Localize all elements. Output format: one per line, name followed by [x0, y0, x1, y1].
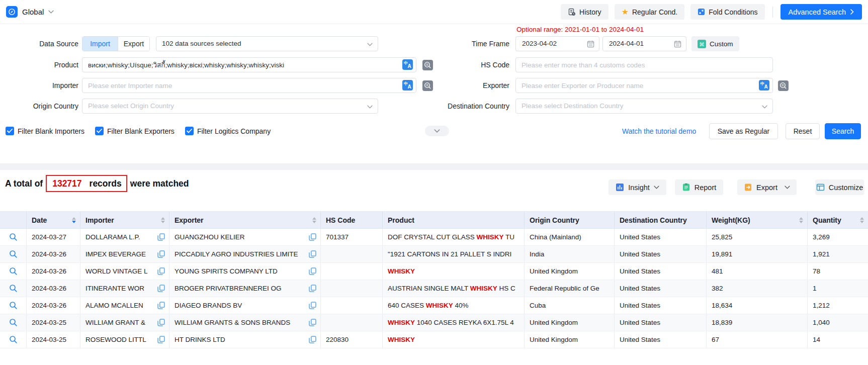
- sort-caret-icon[interactable]: [860, 217, 864, 223]
- copy-importer-icon[interactable]: [157, 302, 165, 309]
- copy-exporter-icon[interactable]: [309, 250, 316, 258]
- cell-date: 2024-03-27: [27, 229, 80, 245]
- translate-icon[interactable]: 中A: [402, 80, 413, 90]
- header-cell-quantity[interactable]: Quantity: [808, 212, 868, 228]
- star-icon: ★: [622, 8, 629, 16]
- row-detail-search-icon[interactable]: [9, 284, 18, 293]
- cell-actions: [0, 246, 27, 262]
- highlighted-keyword: WHISKY: [388, 319, 415, 326]
- row-detail-search-icon[interactable]: [9, 233, 18, 241]
- cell-exporter-text: GUANGZHOU KELIER: [175, 233, 245, 241]
- importer-input[interactable]: [82, 78, 416, 93]
- copy-exporter-icon[interactable]: [309, 336, 316, 343]
- collapse-conditions-button[interactable]: [425, 126, 449, 136]
- header-cell-weight-kg[interactable]: Weight(KG): [707, 212, 808, 228]
- table-row: 2024-03-25WILLIAM GRANT &WILLIAM GRANTS …: [0, 314, 868, 331]
- translate-icon[interactable]: 中A: [402, 59, 413, 70]
- cell-importer: ITINERANTE WOR: [80, 280, 169, 297]
- sort-caret-icon[interactable]: [799, 217, 803, 223]
- cell-hs-code: 701337: [321, 229, 383, 245]
- column-label: Weight(KG): [712, 216, 750, 224]
- translate-icon[interactable]: 中A: [759, 80, 769, 90]
- time-frame-to-input[interactable]: 2024-04-01: [602, 36, 686, 51]
- origin-country-select[interactable]: Please select Origin Country: [82, 99, 378, 114]
- cell-hs-code: [321, 297, 383, 314]
- cell-product: AUSTRIAN SINGLE MALT WHISKY HS C: [383, 280, 525, 297]
- results-summary: A total of 132717 records were matched: [5, 175, 189, 192]
- header-cell-date[interactable]: Date: [27, 212, 80, 228]
- checkbox-item-filter-blank-exporters: Filter Blank Exporters: [95, 127, 175, 135]
- sort-caret-icon[interactable]: [161, 217, 165, 223]
- reset-button[interactable]: Reset: [786, 123, 820, 139]
- data-source-selected-value: 102 data sources selected: [162, 40, 241, 47]
- cell-importer-text: IMPEX BEVERAGE: [85, 250, 146, 258]
- sort-caret-icon[interactable]: [312, 217, 316, 223]
- row-detail-search-icon[interactable]: [9, 267, 18, 276]
- data-source-select[interactable]: 102 data sources selected: [156, 36, 378, 51]
- cell-exporter: PICCADILY AGRO INDUSTRIES LIMITE: [169, 246, 321, 262]
- export-button[interactable]: Export: [737, 179, 797, 195]
- cell-importer-text: ROSEWOOD LITTL: [85, 336, 146, 343]
- copy-importer-icon[interactable]: [157, 285, 165, 292]
- cell-origin-country: China (Mainland): [525, 229, 615, 245]
- product-input[interactable]: [82, 57, 416, 72]
- table-row: 2024-03-25ROSEWOOD LITTLHT DRINKS LTD220…: [0, 331, 868, 348]
- region-selector[interactable]: Global: [6, 6, 54, 18]
- fold-conditions-button[interactable]: Fold Conditions: [690, 4, 764, 20]
- svg-text:A: A: [764, 84, 768, 89]
- row-detail-search-icon[interactable]: [9, 335, 18, 344]
- copy-importer-icon[interactable]: [157, 267, 165, 275]
- copy-importer-icon[interactable]: [157, 250, 165, 258]
- copy-exporter-icon[interactable]: [309, 319, 316, 326]
- cell-exporter-text: YOUNG SPIRITS COMPANY LTD: [175, 267, 278, 275]
- record-count: 132717: [52, 178, 81, 189]
- cell-importer: WILLIAM GRANT &: [80, 314, 169, 331]
- custom-range-button[interactable]: ⌘ Custom: [691, 36, 739, 51]
- advanced-search-button[interactable]: Advanced Search: [780, 4, 862, 20]
- copy-importer-icon[interactable]: [157, 336, 165, 343]
- tutorial-demo-link[interactable]: Watch the tutorial demo: [622, 127, 696, 135]
- exporter-input[interactable]: [515, 78, 773, 93]
- header-cell-exporter[interactable]: Exporter: [169, 212, 321, 228]
- customize-button[interactable]: Customize: [815, 179, 864, 195]
- checkbox-checked[interactable]: [95, 127, 104, 135]
- checkbox-checked[interactable]: [185, 127, 194, 135]
- row-detail-search-icon[interactable]: [9, 250, 18, 258]
- copy-exporter-icon[interactable]: [309, 302, 316, 309]
- import-tab[interactable]: Import: [82, 37, 118, 51]
- hs-code-field-wrap: [515, 57, 773, 72]
- cell-weight: 18,839: [707, 314, 808, 331]
- report-icon: [682, 183, 690, 192]
- sort-caret-icon[interactable]: [72, 217, 76, 223]
- cell-actions: [0, 331, 27, 348]
- copy-exporter-icon[interactable]: [309, 233, 316, 241]
- cell-date: 2024-03-26: [27, 246, 80, 262]
- cell-date: 2024-03-25: [27, 314, 80, 331]
- row-detail-search-icon[interactable]: [9, 301, 18, 310]
- destination-country-select[interactable]: Please select Destination Country: [515, 99, 773, 114]
- copy-exporter-icon[interactable]: [309, 285, 316, 292]
- column-label: Product: [388, 216, 414, 224]
- search-button[interactable]: Search: [825, 123, 861, 139]
- hs-code-input[interactable]: [515, 57, 773, 72]
- history-button[interactable]: History: [561, 4, 609, 20]
- destination-country-label: Destination Country: [412, 99, 509, 114]
- header-cell-hs-code: HS Code: [321, 212, 383, 228]
- copy-importer-icon[interactable]: [157, 233, 165, 241]
- copy-exporter-icon[interactable]: [309, 267, 316, 275]
- copy-importer-icon[interactable]: [157, 319, 165, 326]
- regular-cond-button[interactable]: ★ Regular Cond.: [615, 4, 685, 20]
- report-button[interactable]: Report: [675, 179, 723, 195]
- export-tab[interactable]: Export: [118, 37, 149, 51]
- exclude-exporter-icon[interactable]: [778, 80, 789, 91]
- time-frame-from-input[interactable]: 2023-04-02: [515, 36, 599, 51]
- insight-button[interactable]: Insight: [609, 179, 666, 195]
- header-cell-importer[interactable]: Importer: [80, 212, 169, 228]
- cell-product: DOF CRYSTAL CUT GLASS WHISKY TU: [383, 229, 525, 245]
- cell-weight: 25,825: [707, 229, 808, 245]
- checkbox-checked[interactable]: [6, 127, 14, 135]
- cell-exporter-text: DIAGEO BRANDS BV: [175, 302, 242, 309]
- cell-weight: 18,634: [707, 297, 808, 314]
- row-detail-search-icon[interactable]: [9, 318, 18, 327]
- save-as-regular-button[interactable]: Save as Regular: [709, 123, 778, 139]
